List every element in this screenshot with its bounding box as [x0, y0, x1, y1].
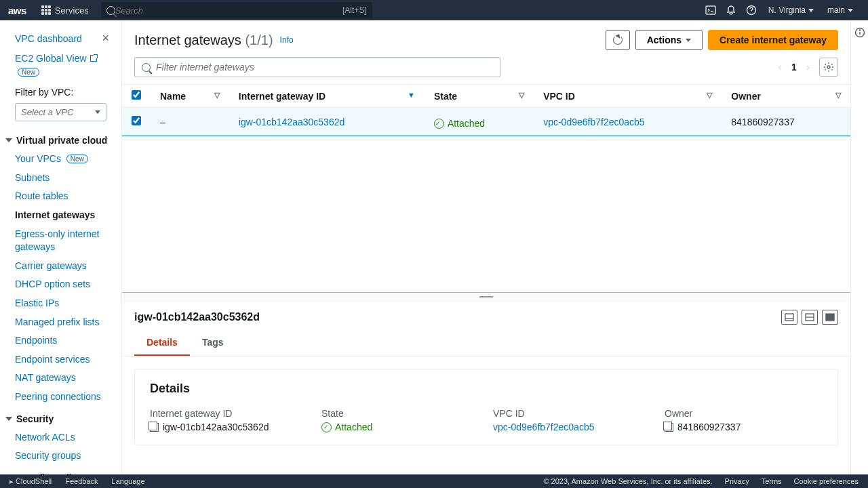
- create-internet-gateway-button[interactable]: Create internet gateway: [708, 30, 838, 50]
- cell-vpc-id-link[interactable]: vpc-0d9e6fb7f2ec0acb5: [543, 117, 644, 127]
- sidebar-item-egress-only[interactable]: Egress-only internet gateways: [0, 225, 121, 257]
- user-label: main: [827, 5, 845, 15]
- col-name[interactable]: Name▽: [151, 85, 229, 108]
- info-link[interactable]: Info: [280, 35, 294, 45]
- sidebar-item-internet-gateways[interactable]: Internet gateways: [0, 206, 121, 225]
- col-vpc-id[interactable]: VPC ID▽: [534, 85, 722, 108]
- sidebar-item-nat-gateways[interactable]: NAT gateways: [0, 369, 121, 388]
- aws-logo[interactable]: aws: [8, 5, 26, 16]
- section-security[interactable]: Security: [0, 407, 121, 428]
- sidebar-item-your-vpcs[interactable]: Your VPCs New: [0, 150, 121, 169]
- info-panel-toggle[interactable]: [850, 20, 868, 474]
- drag-handle-icon: [479, 296, 493, 298]
- cell-owner: 841860927337: [722, 108, 850, 136]
- cloudshell-icon[interactable]: [701, 0, 721, 20]
- notifications-icon[interactable]: [721, 0, 741, 20]
- detail-vpc-id-link[interactable]: vpc-0d9e6fb7f2ec0acb5: [493, 422, 594, 432]
- search-input[interactable]: [115, 5, 342, 16]
- services-menu[interactable]: Services: [36, 5, 94, 16]
- copy-icon[interactable]: [665, 423, 673, 432]
- status-badge: Attached: [321, 422, 372, 432]
- grid-icon: [41, 5, 51, 15]
- footer-cloudshell[interactable]: ▸ CloudShell: [9, 477, 52, 486]
- svg-rect-0: [706, 6, 715, 14]
- svg-rect-3: [785, 314, 793, 321]
- detail-label-owner: Owner: [665, 408, 823, 419]
- sidebar-item-prefix-lists[interactable]: Managed prefix lists: [0, 313, 121, 332]
- page-number: 1: [791, 62, 797, 73]
- filter-input-wrap[interactable]: [134, 57, 500, 77]
- sidebar-item-elastic-ips[interactable]: Elastic IPs: [0, 294, 121, 313]
- sidebar-item-endpoint-services[interactable]: Endpoint services: [0, 350, 121, 369]
- sidebar-item-security-groups[interactable]: Security groups: [0, 447, 121, 466]
- select-all-checkbox[interactable]: [132, 90, 141, 100]
- footer-copyright: © 2023, Amazon Web Services, Inc. or its…: [543, 477, 712, 485]
- igw-table: Name▽ Internet gateway ID▼ State▽ VPC ID…: [122, 85, 850, 136]
- footer-cookies[interactable]: Cookie preferences: [794, 477, 859, 485]
- account-menu[interactable]: main: [821, 5, 860, 15]
- svg-rect-7: [826, 314, 834, 321]
- sidebar-item-subnets[interactable]: Subnets: [0, 169, 121, 188]
- services-label: Services: [55, 5, 89, 16]
- col-state[interactable]: State▽: [425, 85, 534, 108]
- page-count: (1/1): [245, 33, 273, 47]
- vpc-dashboard-link[interactable]: VPC dashboard: [15, 33, 82, 44]
- col-owner[interactable]: Owner▽: [722, 85, 850, 108]
- status-badge: Attached: [434, 118, 485, 129]
- table-row[interactable]: – igw-01cb142aa30c5362d Attached vpc-0d9…: [122, 108, 850, 136]
- next-page-button[interactable]: ›: [806, 61, 810, 73]
- detail-label-state: State: [321, 408, 479, 419]
- footer-terms[interactable]: Terms: [762, 477, 782, 485]
- actions-button[interactable]: Actions: [635, 30, 703, 50]
- prev-page-button[interactable]: ‹: [778, 61, 782, 73]
- region-label: N. Virginia: [768, 5, 806, 15]
- detail-label-igw-id: Internet gateway ID: [150, 408, 308, 419]
- panel-layout-1[interactable]: [781, 310, 797, 325]
- sidebar-item-network-acls[interactable]: Network ACLs: [0, 428, 121, 447]
- global-search[interactable]: [Alt+S]: [101, 2, 372, 18]
- row-checkbox[interactable]: [132, 116, 141, 125]
- detail-label-vpc-id: VPC ID: [493, 408, 651, 419]
- search-icon: [106, 6, 115, 15]
- ec2-global-link[interactable]: EC2 Global View New: [0, 49, 121, 81]
- panel-resize-handle[interactable]: [122, 292, 850, 302]
- section-dns-firewall[interactable]: DNS firewall: [0, 466, 121, 474]
- sidebar-item-route-tables[interactable]: Route tables: [0, 187, 121, 206]
- svg-point-10: [859, 30, 860, 30]
- detail-title: igw-01cb142aa30c5362d: [134, 311, 260, 323]
- footer-feedback[interactable]: Feedback: [65, 477, 98, 485]
- copy-icon[interactable]: [150, 423, 159, 432]
- section-vpc[interactable]: Virtual private cloud: [0, 128, 121, 150]
- region-selector[interactable]: N. Virginia: [762, 5, 821, 15]
- refresh-button[interactable]: [606, 30, 630, 50]
- panel-layout-2[interactable]: [802, 310, 818, 325]
- new-badge: New: [18, 68, 39, 77]
- page-title: Internet gateways (1/1): [134, 33, 273, 48]
- close-icon[interactable]: ×: [102, 31, 109, 45]
- refresh-icon: [613, 35, 623, 45]
- sidebar-item-peering[interactable]: Peering connections: [0, 388, 121, 407]
- svg-point-2: [827, 66, 830, 68]
- sidebar-item-carrier-gateways[interactable]: Carrier gateways: [0, 257, 121, 276]
- new-badge: New: [66, 155, 88, 163]
- footer-language[interactable]: Language: [112, 477, 145, 485]
- footer-privacy[interactable]: Privacy: [725, 477, 749, 485]
- panel-layout-3[interactable]: [822, 310, 838, 325]
- col-igw-id[interactable]: Internet gateway ID▼: [229, 85, 425, 108]
- tab-tags[interactable]: Tags: [190, 330, 236, 356]
- caret-down-icon: [808, 9, 814, 12]
- cell-name: –: [151, 108, 229, 136]
- detail-value-owner: 841860927337: [677, 422, 741, 432]
- tab-details[interactable]: Details: [134, 330, 190, 356]
- cell-igw-id-link[interactable]: igw-01cb142aa30c5362d: [239, 117, 344, 127]
- filter-input[interactable]: [156, 62, 493, 73]
- sidebar-item-dhcp[interactable]: DHCP option sets: [0, 275, 121, 294]
- sidebar-item-endpoints[interactable]: Endpoints: [0, 331, 121, 350]
- sidebar: VPC dashboard × EC2 Global View New Filt…: [0, 20, 122, 474]
- help-icon[interactable]: [741, 0, 762, 20]
- triangle-down-icon: [5, 138, 12, 142]
- filter-by-vpc-label: Filter by VPC:: [0, 81, 121, 100]
- vpc-select[interactable]: Select a VPC: [15, 103, 106, 121]
- table-settings-button[interactable]: [819, 58, 838, 77]
- detail-card-title: Details: [150, 382, 823, 396]
